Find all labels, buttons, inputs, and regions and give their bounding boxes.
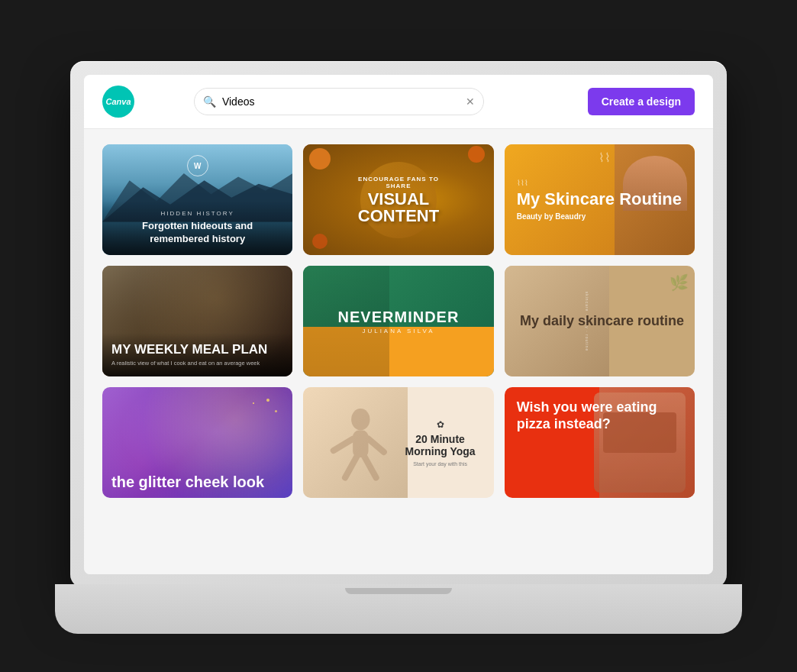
card-glitter-title: the glitter cheek look <box>111 473 264 490</box>
card-meal-plan[interactable]: MY WEEKLY MEAL PLAN A realistic view of … <box>102 266 292 376</box>
card-pie-encourage: Encourage fans to share <box>351 176 447 189</box>
svg-rect-3 <box>353 430 368 457</box>
search-icon: 🔍 <box>203 95 216 108</box>
card-daily-skincare[interactable]: 🌿 skincare · daily · routine My daily sk… <box>505 266 695 376</box>
card-yoga-text: ✿ 20 Minute Morning Yoga Start your day … <box>397 418 482 467</box>
card-pizza[interactable]: Wish you were eating pizza instead? <box>505 387 695 498</box>
card-pizza-title: Wish you were eating pizza instead? <box>517 399 682 432</box>
watermark-circle: W <box>187 155 208 176</box>
card-glitter-text: the glitter cheek look <box>111 473 264 490</box>
svg-line-6 <box>345 457 357 477</box>
card-daily-skincare-title: My daily skincare routine <box>520 313 684 330</box>
card-meal-subtitle: A realistic view of what I cook and eat … <box>111 360 283 368</box>
card-daily-skincare-text: My daily skincare routine <box>520 313 684 330</box>
card-glitter-cheek[interactable]: the glitter cheek look <box>102 387 292 498</box>
card-skincare-title: My Skincare Routine <box>517 190 682 208</box>
card-skincare-routine[interactable]: ⌇⌇⌇ My Skincare Routine Beauty by Beaudr… <box>505 144 695 255</box>
card-visual-content-text: Encourage fans to share VISUAL CONTENT <box>351 176 447 225</box>
svg-line-4 <box>334 438 353 450</box>
card-neverminder[interactable]: NEVERMINDER JULIANA SILVA <box>303 266 493 376</box>
card-yoga-subtitle: Start your day with this <box>397 461 482 467</box>
card-mountains-overlay: Hidden History Forgotten hideouts and re… <box>102 201 292 255</box>
card-mountains-subtitle: Hidden History <box>111 210 283 217</box>
content-area: W Hidden History Forgotten hideouts and … <box>84 129 713 574</box>
video-grid: W Hidden History Forgotten hideouts and … <box>102 144 695 498</box>
card-skincare-text: ⌇⌇⌇ My Skincare Routine Beauty by Beaudr… <box>517 179 682 220</box>
svg-line-5 <box>368 438 383 451</box>
laptop-device: Canva 🔍 ✕ Create a design <box>55 38 742 634</box>
card-neverminder-text: NEVERMINDER JULIANA SILVA <box>338 309 460 334</box>
header: Canva 🔍 ✕ Create a design <box>84 75 713 129</box>
laptop-notch <box>345 588 452 594</box>
svg-point-2 <box>351 409 369 430</box>
card-morning-yoga[interactable]: ✿ 20 Minute Morning Yoga Start your day … <box>303 387 493 498</box>
card-visual-content[interactable]: Encourage fans to share VISUAL CONTENT <box>303 144 493 255</box>
laptop-base <box>55 584 742 634</box>
card-pie-title: VISUAL CONTENT <box>351 191 447 225</box>
card-meal-overlay: MY WEEKLY MEAL PLAN A realistic view of … <box>102 333 292 376</box>
canva-logo: Canva <box>102 86 134 118</box>
search-bar: 🔍 ✕ <box>194 88 484 115</box>
create-design-button[interactable]: Create a design <box>588 88 695 115</box>
card-neverminder-subtitle: JULIANA SILVA <box>338 328 460 334</box>
svg-line-7 <box>364 457 376 477</box>
lotus-icon: ✿ <box>397 418 482 429</box>
card-skincare-subtitle: Beauty by Beaudry <box>517 212 682 221</box>
leaf-decoration-icon: 🌿 <box>670 273 689 292</box>
card-mountains[interactable]: W Hidden History Forgotten hideouts and … <box>102 144 292 255</box>
laptop-body: Canva 🔍 ✕ Create a design <box>70 61 727 588</box>
card-yoga-title: 20 Minute Morning Yoga <box>397 432 482 458</box>
search-input[interactable] <box>194 88 484 115</box>
clear-search-icon[interactable]: ✕ <box>466 95 475 108</box>
screen: Canva 🔍 ✕ Create a design <box>84 75 713 574</box>
card-mountains-title: Forgotten hideouts and remembered histor… <box>111 220 283 246</box>
card-pizza-text: Wish you were eating pizza instead? <box>517 399 682 432</box>
card-skincare-swirl: ⌇⌇⌇ <box>517 179 682 187</box>
card-meal-title: MY WEEKLY MEAL PLAN <box>111 342 283 357</box>
card-neverminder-title: NEVERMINDER <box>338 309 460 326</box>
